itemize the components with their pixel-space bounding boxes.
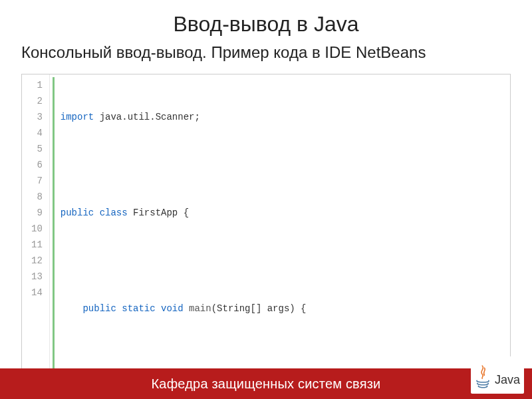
page-subtitle: Консольный ввод-вывод. Пример кода в IDE…	[19, 43, 513, 62]
line-number: 1	[31, 77, 43, 93]
line-number: 10	[31, 221, 43, 237]
code-line: import java.util.Scanner;	[61, 109, 510, 125]
code-area: import java.util.Scanner; public class F…	[50, 74, 510, 399]
line-number: 3	[31, 109, 43, 125]
line-number: 14	[31, 285, 43, 301]
page-title: Ввод-вывод в Java	[19, 12, 513, 37]
change-bar	[53, 77, 55, 399]
java-logo: Java	[471, 356, 524, 394]
line-number: 12	[31, 253, 43, 269]
line-number: 9	[31, 205, 43, 221]
line-number: 11	[31, 237, 43, 253]
line-number: 13	[31, 269, 43, 285]
line-number-gutter: 1 2 3 4 5 6 7 8 9 10 11 12 13 14	[22, 74, 50, 399]
code-editor: 1 2 3 4 5 6 7 8 9 10 11 12 13 14 import …	[21, 74, 511, 399]
java-logo-label: Java	[495, 373, 520, 391]
code-line	[61, 253, 510, 269]
code-line	[61, 157, 510, 173]
line-number: 2	[31, 93, 43, 109]
java-cup-icon	[475, 362, 491, 391]
code-line	[61, 348, 510, 364]
line-number: 6	[31, 157, 43, 173]
line-number: 8	[31, 189, 43, 205]
footer-text: Кафедра защищенных систем связи	[152, 376, 381, 392]
slide: Ввод-вывод в Java Консольный ввод-вывод.…	[0, 0, 532, 399]
footer-bar: Кафедра защищенных систем связи	[0, 368, 532, 399]
line-number: 4	[31, 125, 43, 141]
line-number: 5	[31, 141, 43, 157]
line-number: 7	[31, 173, 43, 189]
code-line: public class FirstApp {	[61, 205, 510, 221]
code-line: public static void main(String[] args) {	[61, 301, 510, 317]
